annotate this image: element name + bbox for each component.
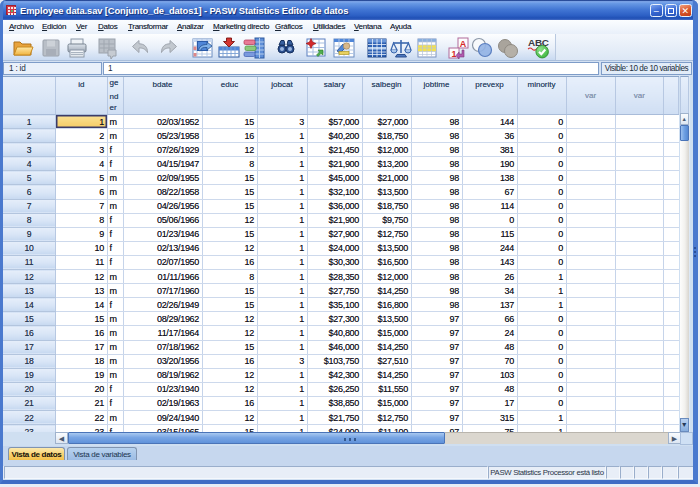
svg-text:1: 1: [451, 49, 456, 59]
svg-text:A: A: [460, 39, 467, 49]
